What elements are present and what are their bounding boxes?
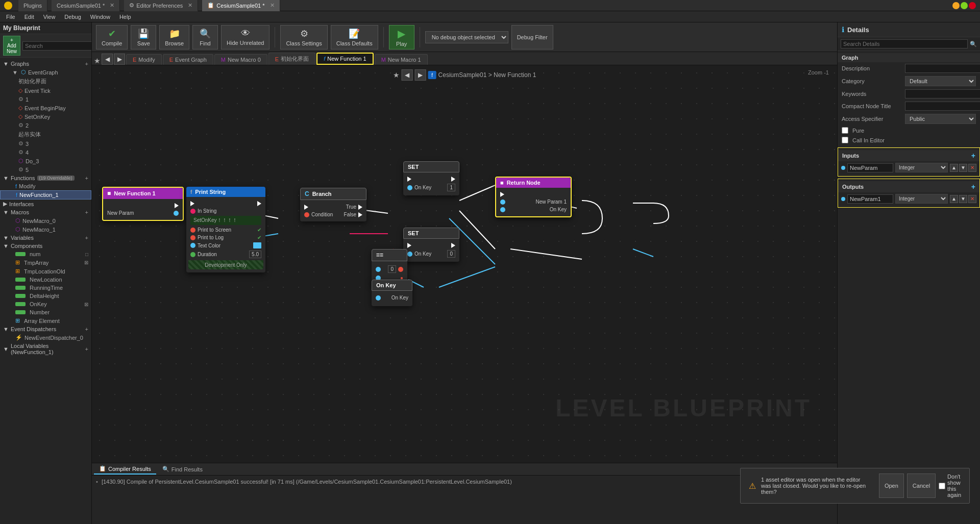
menu-view[interactable]: View xyxy=(39,13,60,21)
tree-setonkey[interactable]: ◇ SetOnKey xyxy=(0,112,91,121)
menu-help[interactable]: Help xyxy=(115,13,135,21)
tab-new-macro-1[interactable]: M New Macro 1 xyxy=(375,54,428,65)
add-function-button[interactable]: + xyxy=(85,175,88,181)
nav-forward-button[interactable]: ▶ xyxy=(114,54,125,65)
access-select[interactable]: Public xyxy=(905,114,976,124)
add-graph-button[interactable]: + xyxy=(85,61,88,67)
var-number[interactable]: Number xyxy=(0,308,91,316)
add-macro-button[interactable]: + xyxy=(85,209,88,215)
tree-modify[interactable]: f Modify xyxy=(0,182,91,190)
node-on-key[interactable]: On Key On Key xyxy=(372,280,412,306)
right-search-input[interactable] xyxy=(841,39,968,48)
local-variables-section[interactable]: ▼ Local Variables (NewFunction_1) + xyxy=(0,342,91,356)
add-dispatcher-button[interactable]: + xyxy=(85,326,88,332)
output-param-name[interactable] xyxy=(847,194,893,204)
tab-plugins[interactable]: Plugins xyxy=(18,0,47,11)
tab-cesium2[interactable]: 📋 CesiumSample01 * ✕ xyxy=(202,0,280,11)
tab-editor-prefs[interactable]: ⚙ Editor Preferences ✕ xyxy=(124,0,198,11)
compile-button[interactable]: ✔ Compile xyxy=(96,25,128,49)
tree-newmacro1[interactable]: ⬡ NewMacro_1 xyxy=(0,225,91,234)
var-tmparray[interactable]: ⊞ TmpArray ⊠ xyxy=(0,258,91,267)
output-down-button[interactable]: ▼ xyxy=(959,195,967,203)
dont-show-checkbox[interactable] xyxy=(939,483,945,489)
call-in-editor-checkbox[interactable] xyxy=(842,137,848,143)
input-param-name[interactable] xyxy=(847,163,893,172)
class-defaults-button[interactable]: 📝 Class Defaults xyxy=(331,25,378,49)
add-local-var-button[interactable]: + xyxy=(85,346,88,352)
menu-window[interactable]: Window xyxy=(86,13,114,21)
tree-1[interactable]: ⚙ 1 xyxy=(0,95,91,104)
tree-newmacro0[interactable]: ⬡ NewMacro_0 xyxy=(0,216,91,225)
save-button[interactable]: 💾 Save xyxy=(131,25,156,49)
var-tmplocationold[interactable]: ⊞ TmpLocationOld xyxy=(0,267,91,276)
debug-object-select[interactable]: No debug object selected xyxy=(425,31,508,43)
interfaces-section[interactable]: ▶ Interfaces xyxy=(0,199,91,208)
close-tab-cesium1[interactable]: ✕ xyxy=(110,2,114,9)
tab-event-graph[interactable]: E Event Graph xyxy=(163,54,213,65)
tree-event-begin[interactable]: ◇ Event BeginPlay xyxy=(0,104,91,112)
hide-unrelated-button[interactable]: 👁 Hide Unrelated xyxy=(221,25,270,49)
tab-cesium1[interactable]: CesiumSample01 * ✕ xyxy=(52,0,120,11)
var-num[interactable]: num □ xyxy=(0,250,91,258)
add-output-button[interactable]: + xyxy=(971,183,975,191)
input-up-button[interactable]: ▲ xyxy=(950,164,958,172)
play-button[interactable]: ▶ Play xyxy=(389,25,414,49)
breadcrumb-back[interactable]: ◀ xyxy=(402,69,413,81)
output-type-select[interactable]: Integer xyxy=(895,194,948,204)
pure-checkbox[interactable] xyxy=(842,127,848,134)
variables-section[interactable]: ▼ Variables + xyxy=(0,234,91,242)
browse-button[interactable]: 📁 Browse xyxy=(159,25,189,49)
right-search-icon[interactable]: 🔍 xyxy=(970,41,977,47)
add-new-button[interactable]: + Add New xyxy=(3,36,20,56)
tree-qidiao[interactable]: 起吊实体 xyxy=(0,130,91,139)
input-down-button[interactable]: ▼ xyxy=(959,164,967,172)
star-button[interactable]: ★ xyxy=(94,57,101,65)
tab-init-ui[interactable]: E 初始化界面 xyxy=(268,53,315,65)
tree-3[interactable]: ⚙ 3 xyxy=(0,139,91,148)
close-tab-editor-prefs[interactable]: ✕ xyxy=(188,2,192,9)
macros-section[interactable]: ▼ Macros + xyxy=(0,208,91,216)
var-array-element[interactable]: ⊞ Array Element xyxy=(0,316,91,325)
category-select[interactable]: Default xyxy=(905,76,976,86)
tab-compiler-results[interactable]: 📋 Compiler Results xyxy=(94,464,156,475)
input-type-select[interactable]: Integer xyxy=(895,163,948,172)
event-dispatchers-section[interactable]: ▼ Event Dispatchers + xyxy=(0,325,91,333)
tab-find-results[interactable]: 🔍 Find Results xyxy=(157,464,208,474)
node-new-function[interactable]: ■ New Function 1 New Param xyxy=(102,187,184,221)
maximize-button[interactable] xyxy=(961,2,968,9)
canvas[interactable]: ★ ◀ ▶ f CesiumSample01 > New Function 1 … xyxy=(92,65,837,463)
debug-filter-button[interactable]: Debug Filter xyxy=(511,25,553,49)
node-print-string[interactable]: f Print String In String SetOnKey！！！！ xyxy=(186,187,265,272)
class-settings-button[interactable]: ⚙ Class Settings xyxy=(280,25,327,49)
tab-new-function1[interactable]: f New Function 1 xyxy=(316,53,374,65)
output-up-button[interactable]: ▲ xyxy=(950,195,958,203)
tab-new-macro-0[interactable]: M New Macro 0 xyxy=(214,54,267,65)
node-set1[interactable]: SET On Key 1 xyxy=(403,161,459,195)
var-newlocation[interactable]: NewLocation xyxy=(0,276,91,284)
node-set2[interactable]: SET On Key 0 xyxy=(403,228,459,262)
keywords-input[interactable] xyxy=(905,89,980,98)
add-input-button[interactable]: + xyxy=(971,152,975,160)
breadcrumb-forward[interactable]: ▶ xyxy=(415,69,426,81)
input-delete-button[interactable]: ✕ xyxy=(968,164,976,172)
compact-title-input[interactable] xyxy=(905,102,980,111)
breadcrumb-star[interactable]: ★ xyxy=(393,71,400,79)
tree-event-graph[interactable]: ▼ ⬡ EventGraph xyxy=(0,68,91,77)
minimize-button[interactable] xyxy=(952,2,960,9)
find-button[interactable]: 🔍 Find xyxy=(192,25,218,49)
tab-modify[interactable]: E Modify xyxy=(126,54,162,65)
description-input[interactable] xyxy=(905,64,980,73)
search-input[interactable] xyxy=(22,41,92,51)
close-button[interactable] xyxy=(969,2,976,9)
functions-section[interactable]: ▼ Functions (19 Overridable) + xyxy=(0,174,91,182)
toast-cancel-button[interactable]: Cancel xyxy=(907,473,936,498)
menu-file[interactable]: File xyxy=(2,13,19,21)
node-branch[interactable]: C Branch True Condition False xyxy=(300,188,366,221)
output-delete-button[interactable]: ✕ xyxy=(968,195,976,203)
graphs-section[interactable]: ▼ Graphs + xyxy=(0,60,91,68)
var-onkey[interactable]: OnKey ⊠ xyxy=(0,300,91,308)
tree-event-tick[interactable]: ◇ Event Tick xyxy=(0,86,91,95)
add-variable-button[interactable]: + xyxy=(85,235,88,241)
var-runningtime[interactable]: RunningTime xyxy=(0,284,91,292)
node-return[interactable]: ■ Return Node New Param 1 On Key xyxy=(495,177,572,217)
